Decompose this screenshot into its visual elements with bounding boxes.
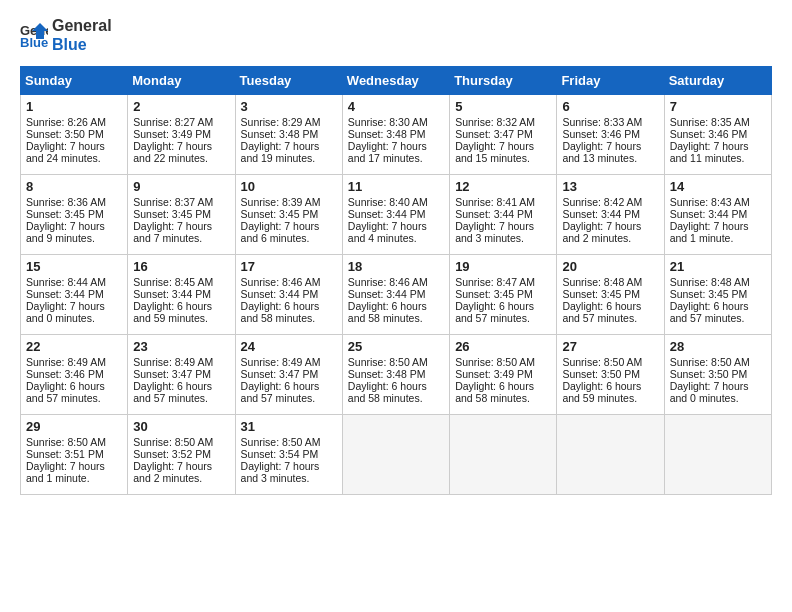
day-number: 28 xyxy=(670,339,766,354)
day-cell-15: 15Sunrise: 8:44 AMSunset: 3:44 PMDayligh… xyxy=(21,255,128,335)
day-number: 12 xyxy=(455,179,551,194)
daylight-label: Daylight: 7 hours and 1 minute. xyxy=(670,220,749,244)
day-number: 26 xyxy=(455,339,551,354)
sunrise-label: Sunrise: 8:37 AM xyxy=(133,196,213,208)
sunset-label: Sunset: 3:45 PM xyxy=(241,208,319,220)
page-header: General Blue General Blue xyxy=(20,16,772,54)
logo-general: General xyxy=(52,16,112,35)
sunrise-label: Sunrise: 8:49 AM xyxy=(241,356,321,368)
week-row-3: 15Sunrise: 8:44 AMSunset: 3:44 PMDayligh… xyxy=(21,255,772,335)
day-number: 9 xyxy=(133,179,229,194)
day-number: 21 xyxy=(670,259,766,274)
daylight-label: Daylight: 7 hours and 13 minutes. xyxy=(562,140,641,164)
day-number: 18 xyxy=(348,259,444,274)
day-cell-14: 14Sunrise: 8:43 AMSunset: 3:44 PMDayligh… xyxy=(664,175,771,255)
sunset-label: Sunset: 3:44 PM xyxy=(348,208,426,220)
sunrise-label: Sunrise: 8:50 AM xyxy=(133,436,213,448)
day-number: 23 xyxy=(133,339,229,354)
sunset-label: Sunset: 3:44 PM xyxy=(133,288,211,300)
day-cell-22: 22Sunrise: 8:49 AMSunset: 3:46 PMDayligh… xyxy=(21,335,128,415)
sunset-label: Sunset: 3:45 PM xyxy=(26,208,104,220)
day-cell-3: 3Sunrise: 8:29 AMSunset: 3:48 PMDaylight… xyxy=(235,95,342,175)
sunrise-label: Sunrise: 8:26 AM xyxy=(26,116,106,128)
day-number: 8 xyxy=(26,179,122,194)
day-cell-20: 20Sunrise: 8:48 AMSunset: 3:45 PMDayligh… xyxy=(557,255,664,335)
day-cell-19: 19Sunrise: 8:47 AMSunset: 3:45 PMDayligh… xyxy=(450,255,557,335)
sunset-label: Sunset: 3:50 PM xyxy=(670,368,748,380)
sunrise-label: Sunrise: 8:41 AM xyxy=(455,196,535,208)
day-header-friday: Friday xyxy=(557,67,664,95)
sunrise-label: Sunrise: 8:49 AM xyxy=(133,356,213,368)
day-cell-25: 25Sunrise: 8:50 AMSunset: 3:48 PMDayligh… xyxy=(342,335,449,415)
day-number: 29 xyxy=(26,419,122,434)
logo-icon: General Blue xyxy=(20,21,48,49)
daylight-label: Daylight: 7 hours and 9 minutes. xyxy=(26,220,105,244)
day-number: 13 xyxy=(562,179,658,194)
daylight-label: Daylight: 7 hours and 11 minutes. xyxy=(670,140,749,164)
daylight-label: Daylight: 7 hours and 0 minutes. xyxy=(26,300,105,324)
day-number: 11 xyxy=(348,179,444,194)
daylight-label: Daylight: 6 hours and 57 minutes. xyxy=(26,380,105,404)
week-row-5: 29Sunrise: 8:50 AMSunset: 3:51 PMDayligh… xyxy=(21,415,772,495)
sunset-label: Sunset: 3:46 PM xyxy=(26,368,104,380)
sunrise-label: Sunrise: 8:50 AM xyxy=(26,436,106,448)
daylight-label: Daylight: 7 hours and 0 minutes. xyxy=(670,380,749,404)
day-cell-30: 30Sunrise: 8:50 AMSunset: 3:52 PMDayligh… xyxy=(128,415,235,495)
daylight-label: Daylight: 6 hours and 57 minutes. xyxy=(455,300,534,324)
sunset-label: Sunset: 3:49 PM xyxy=(133,128,211,140)
sunrise-label: Sunrise: 8:42 AM xyxy=(562,196,642,208)
sunset-label: Sunset: 3:44 PM xyxy=(455,208,533,220)
logo: General Blue General Blue xyxy=(20,16,112,54)
sunrise-label: Sunrise: 8:50 AM xyxy=(455,356,535,368)
day-cell-29: 29Sunrise: 8:50 AMSunset: 3:51 PMDayligh… xyxy=(21,415,128,495)
sunset-label: Sunset: 3:44 PM xyxy=(670,208,748,220)
sunset-label: Sunset: 3:44 PM xyxy=(562,208,640,220)
day-cell-31: 31Sunrise: 8:50 AMSunset: 3:54 PMDayligh… xyxy=(235,415,342,495)
sunset-label: Sunset: 3:47 PM xyxy=(455,128,533,140)
calendar-table: SundayMondayTuesdayWednesdayThursdayFrid… xyxy=(20,66,772,495)
sunset-label: Sunset: 3:47 PM xyxy=(133,368,211,380)
sunrise-label: Sunrise: 8:49 AM xyxy=(26,356,106,368)
sunset-label: Sunset: 3:44 PM xyxy=(241,288,319,300)
day-cell-12: 12Sunrise: 8:41 AMSunset: 3:44 PMDayligh… xyxy=(450,175,557,255)
day-cell-1: 1Sunrise: 8:26 AMSunset: 3:50 PMDaylight… xyxy=(21,95,128,175)
daylight-label: Daylight: 7 hours and 15 minutes. xyxy=(455,140,534,164)
sunset-label: Sunset: 3:52 PM xyxy=(133,448,211,460)
day-number: 10 xyxy=(241,179,337,194)
day-number: 2 xyxy=(133,99,229,114)
daylight-label: Daylight: 7 hours and 4 minutes. xyxy=(348,220,427,244)
sunrise-label: Sunrise: 8:47 AM xyxy=(455,276,535,288)
day-number: 20 xyxy=(562,259,658,274)
sunset-label: Sunset: 3:47 PM xyxy=(241,368,319,380)
sunset-label: Sunset: 3:49 PM xyxy=(455,368,533,380)
sunrise-label: Sunrise: 8:46 AM xyxy=(348,276,428,288)
day-number: 25 xyxy=(348,339,444,354)
day-cell-8: 8Sunrise: 8:36 AMSunset: 3:45 PMDaylight… xyxy=(21,175,128,255)
empty-cell xyxy=(664,415,771,495)
day-cell-4: 4Sunrise: 8:30 AMSunset: 3:48 PMDaylight… xyxy=(342,95,449,175)
sunrise-label: Sunrise: 8:50 AM xyxy=(348,356,428,368)
day-number: 4 xyxy=(348,99,444,114)
day-cell-23: 23Sunrise: 8:49 AMSunset: 3:47 PMDayligh… xyxy=(128,335,235,415)
day-number: 1 xyxy=(26,99,122,114)
daylight-label: Daylight: 6 hours and 59 minutes. xyxy=(133,300,212,324)
sunset-label: Sunset: 3:48 PM xyxy=(241,128,319,140)
empty-cell xyxy=(557,415,664,495)
day-cell-10: 10Sunrise: 8:39 AMSunset: 3:45 PMDayligh… xyxy=(235,175,342,255)
sunrise-label: Sunrise: 8:27 AM xyxy=(133,116,213,128)
day-cell-11: 11Sunrise: 8:40 AMSunset: 3:44 PMDayligh… xyxy=(342,175,449,255)
sunset-label: Sunset: 3:54 PM xyxy=(241,448,319,460)
day-header-wednesday: Wednesday xyxy=(342,67,449,95)
sunset-label: Sunset: 3:48 PM xyxy=(348,368,426,380)
daylight-label: Daylight: 6 hours and 57 minutes. xyxy=(241,380,320,404)
sunset-label: Sunset: 3:50 PM xyxy=(26,128,104,140)
day-cell-7: 7Sunrise: 8:35 AMSunset: 3:46 PMDaylight… xyxy=(664,95,771,175)
day-number: 3 xyxy=(241,99,337,114)
daylight-label: Daylight: 6 hours and 58 minutes. xyxy=(348,380,427,404)
sunset-label: Sunset: 3:44 PM xyxy=(26,288,104,300)
day-number: 6 xyxy=(562,99,658,114)
day-number: 16 xyxy=(133,259,229,274)
sunrise-label: Sunrise: 8:45 AM xyxy=(133,276,213,288)
day-number: 30 xyxy=(133,419,229,434)
sunrise-label: Sunrise: 8:50 AM xyxy=(241,436,321,448)
